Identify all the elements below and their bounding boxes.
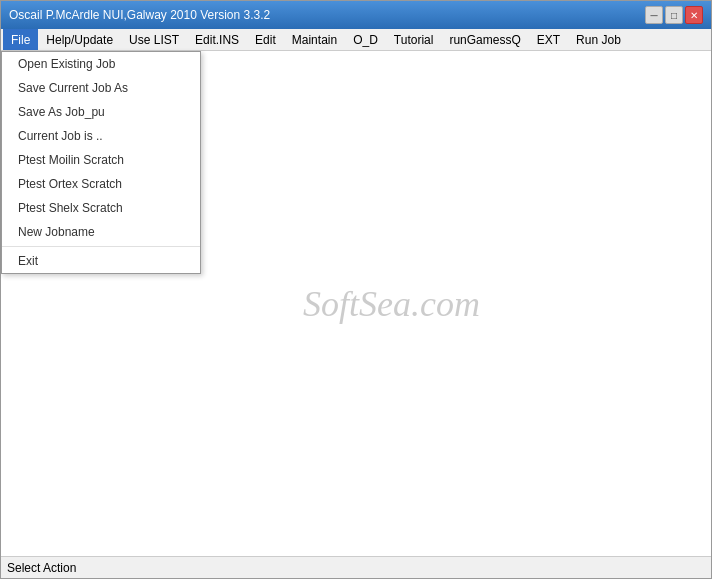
main-window: Oscail P.McArdle NUI,Galway 2010 Version… xyxy=(0,0,712,579)
menu-item-tutorial[interactable]: Tutorial xyxy=(386,29,442,50)
menu-save-as-job-pu[interactable]: Save As Job_pu xyxy=(2,100,200,124)
menu-ptest-ortex[interactable]: Ptest Ortex Scratch xyxy=(2,172,200,196)
window-title: Oscail P.McArdle NUI,Galway 2010 Version… xyxy=(9,8,270,22)
status-text: Select Action xyxy=(7,561,76,575)
restore-button[interactable]: □ xyxy=(665,6,683,24)
watermark-text: SoftSea.com xyxy=(303,283,480,325)
menu-item-ext[interactable]: EXT xyxy=(529,29,568,50)
menu-item-edit[interactable]: Edit xyxy=(247,29,284,50)
menu-item-run-job[interactable]: Run Job xyxy=(568,29,629,50)
status-bar: Select Action xyxy=(1,556,711,578)
menu-exit[interactable]: Exit xyxy=(2,249,200,273)
close-button[interactable]: ✕ xyxy=(685,6,703,24)
menu-item-file[interactable]: File xyxy=(3,29,38,50)
file-dropdown-menu: Open Existing Job Save Current Job As Sa… xyxy=(1,51,201,274)
menu-save-current-job-as[interactable]: Save Current Job As xyxy=(2,76,200,100)
title-bar: Oscail P.McArdle NUI,Galway 2010 Version… xyxy=(1,1,711,29)
minimize-button[interactable]: ─ xyxy=(645,6,663,24)
menu-separator xyxy=(2,246,200,247)
menu-new-jobname[interactable]: New Jobname xyxy=(2,220,200,244)
menu-ptest-shelx[interactable]: Ptest Shelx Scratch xyxy=(2,196,200,220)
menu-bar: File Help/Update Use LIST Edit.INS Edit … xyxy=(1,29,711,51)
menu-item-od[interactable]: O_D xyxy=(345,29,386,50)
menu-item-help[interactable]: Help/Update xyxy=(38,29,121,50)
menu-item-use-list[interactable]: Use LIST xyxy=(121,29,187,50)
window-controls: ─ □ ✕ xyxy=(645,6,703,24)
menu-current-job-is[interactable]: Current Job is .. xyxy=(2,124,200,148)
menu-item-edit-ins[interactable]: Edit.INS xyxy=(187,29,247,50)
menu-ptest-moilin[interactable]: Ptest Moilin Scratch xyxy=(2,148,200,172)
menu-open-existing-job[interactable]: Open Existing Job xyxy=(2,52,200,76)
menu-item-maintain[interactable]: Maintain xyxy=(284,29,345,50)
menu-item-rungamessq[interactable]: runGamessQ xyxy=(441,29,528,50)
